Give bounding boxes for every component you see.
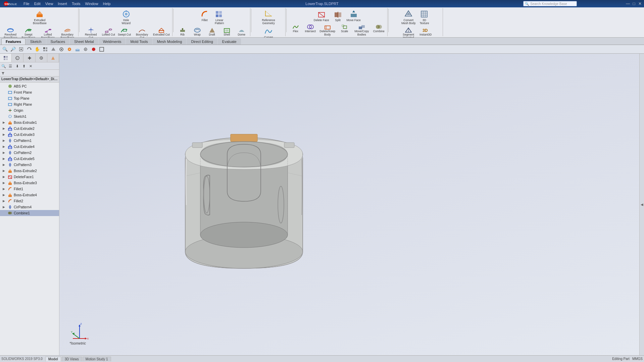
search-bar[interactable]: 🔍 Search Knowledge Base [523, 1, 577, 6]
fillet-button[interactable]: Fillet [198, 9, 212, 26]
tab-mesh-modeling[interactable]: Mesh Modeling [153, 38, 187, 45]
minimize-button[interactable]: — [625, 1, 631, 6]
move-face-button[interactable]: Move Face [346, 9, 362, 22]
tree-item-boss-extrude1[interactable]: ▶ Boss-Extrude1 [0, 119, 59, 125]
view-setting-button[interactable] [82, 46, 89, 53]
convert-mesh-body-button[interactable]: ConvertMesh Body [400, 9, 417, 26]
apply-scene-button[interactable] [74, 46, 81, 53]
menu-file[interactable]: File [21, 1, 32, 6]
panel-collapse-all-button[interactable]: ⬇ [14, 63, 20, 69]
tab-mold-tools[interactable]: Mold Tools [126, 38, 152, 45]
menu-insert[interactable]: Insert [56, 1, 69, 6]
toolbar-group-modify: Delete Face Split [287, 8, 388, 36]
zoom-to-fit-button[interactable]: 🔍 [1, 46, 9, 53]
tree-item-abs-pc[interactable]: ABS PC [0, 83, 59, 89]
scale-button[interactable]: Scale [338, 23, 352, 37]
flex-button[interactable]: Flex [289, 23, 303, 37]
reference-geometry-button[interactable]: ReferenceGeometry [261, 9, 276, 26]
tree-item-combine1[interactable]: Combine1 [0, 210, 59, 216]
panel-expand-all-button[interactable]: ⬆ [21, 63, 27, 69]
search-panel-button[interactable]: 🔍 [1, 63, 7, 69]
tree-item-boss-extrude3[interactable]: ▶ Boss-Extrude3 [0, 180, 59, 186]
feature-manager-tab[interactable] [0, 54, 12, 62]
hide-show-button[interactable] [58, 46, 65, 53]
tree-item-cut-extrude2[interactable]: ▶ Cut-Extrude2 [0, 125, 59, 132]
motion-study-tab[interactable]: Motion Study 1 [83, 357, 111, 361]
menu-window[interactable]: Window [83, 1, 100, 6]
menu-help[interactable]: Help [101, 1, 113, 6]
split-button[interactable]: Split [331, 9, 345, 22]
tab-weldments[interactable]: Weldments [99, 38, 126, 45]
close-button[interactable]: ✕ [637, 1, 643, 6]
tree-item-sketch1[interactable]: Sketch1 [0, 113, 59, 119]
display-manager-tab[interactable] [36, 54, 47, 62]
display-style-button[interactable] [50, 46, 57, 53]
tree-item-fillet1[interactable]: ▶ Fillet1 [0, 186, 59, 192]
viewport[interactable]: Z X Y *Isometric [59, 54, 639, 355]
tree-item-boss-extrude4[interactable]: ▶ Boss-Extrude4 [0, 192, 59, 198]
tree-item-cirpattern1[interactable]: ▶ CirPattern1 [0, 138, 59, 144]
feature-tree[interactable]: ABS PC Front Plane Top Plane Right Plane [0, 83, 59, 355]
tree-item-cirpattern2[interactable]: ▶ CirPattern2 [0, 150, 59, 156]
menu-tools[interactable]: Tools [70, 1, 83, 6]
tree-item-fillet2[interactable]: ▶ Fillet2 [0, 198, 59, 204]
tab-sheet-metal[interactable]: Sheet Metal [70, 38, 98, 45]
tree-item-top-plane[interactable]: Top Plane [0, 95, 59, 101]
tab-evaluate[interactable]: Evaluate [218, 38, 241, 45]
tree-item-cut-extrude5[interactable]: ▶ Cut-Extrude5 [0, 156, 59, 162]
edit-appearance-button[interactable] [66, 46, 73, 53]
display-mode-button[interactable] [98, 46, 105, 53]
svg-marker-62 [30, 48, 32, 50]
svg-line-34 [318, 12, 325, 17]
menu-view[interactable]: View [43, 1, 55, 6]
tree-item-cut-extrude3[interactable]: ▶ Cut-Extrude3 [0, 132, 59, 138]
rib-button[interactable]: Rib [176, 27, 190, 37]
rotate-button[interactable] [26, 46, 33, 53]
tree-item-cut-extrude4[interactable]: ▶ Cut-Extrude4 [0, 144, 59, 150]
restore-button[interactable]: □ [631, 1, 637, 6]
combine-button[interactable]: Combine [372, 23, 386, 37]
model-tab[interactable]: Model [45, 357, 61, 361]
tree-item-origin[interactable]: Origin [0, 107, 59, 113]
pan-button[interactable]: ✋ [34, 46, 41, 53]
hole-wizard-button[interactable]: HoleWizard [119, 9, 133, 26]
3d-views-tab[interactable]: 3D Views [62, 357, 82, 361]
tab-surfaces[interactable]: Surfaces [46, 38, 69, 45]
appearance-tab[interactable] [47, 54, 59, 62]
search-icon: 🔍 [525, 2, 529, 6]
tab-sketch[interactable]: Sketch [26, 38, 46, 45]
wrap-button[interactable]: Wrap [190, 27, 204, 37]
panel-resize-handle[interactable] [58, 54, 60, 355]
panel-list-button[interactable]: ☰ [7, 63, 13, 69]
delete-keep-body-button[interactable]: Delete/Keep Body [318, 23, 337, 37]
zoom-to-select-button[interactable] [17, 46, 25, 53]
configuration-manager-tab[interactable] [23, 54, 35, 62]
panel-close-button[interactable]: ✕ [28, 63, 34, 69]
tree-item-front-plane[interactable]: Front Plane [0, 89, 59, 95]
tree-item-cirpattern4[interactable]: ▶ CirPattern4 [0, 204, 59, 210]
3d-texture-button[interactable]: 3DTexture [417, 9, 431, 26]
record-button[interactable] [90, 46, 97, 53]
right-panel-handle[interactable]: ◀ [639, 54, 644, 355]
linear-pattern-button[interactable]: LinearPattern [212, 9, 227, 26]
zoom-to-area-button[interactable]: 🔎 [9, 46, 17, 53]
svg-point-71 [69, 49, 70, 50]
intersect-button[interactable]: Intersect [303, 23, 317, 37]
view-selector-button[interactable] [42, 46, 49, 53]
tree-item-deleteface1[interactable]: ▶ DeleteFace1 [0, 174, 59, 180]
extruded-boss-base-button[interactable]: ExtrudedBoss/Base [32, 9, 48, 26]
tree-item-cirpattern3[interactable]: ▶ CirPattern3 [0, 162, 59, 168]
tab-direct-editing[interactable]: Direct Editing [187, 38, 217, 45]
tree-item-boss-extrude2[interactable]: ▶ Boss-Extrude2 [0, 168, 59, 174]
draft-button[interactable]: Draft [205, 27, 219, 37]
move-copy-bodies-button[interactable]: Move/Copy Bodies [352, 23, 371, 37]
shell-button[interactable]: Shell [220, 27, 234, 37]
delete-face-button[interactable]: Delete Face [313, 9, 330, 22]
menu-edit[interactable]: Edit [32, 1, 43, 6]
property-manager-tab[interactable]: i [12, 54, 23, 62]
tab-features[interactable]: Features [1, 38, 26, 45]
dome-button[interactable]: Dome [235, 27, 249, 37]
svg-line-32 [265, 11, 271, 16]
svg-rect-79 [6, 56, 8, 58]
tree-item-right-plane[interactable]: Right Plane [0, 101, 59, 107]
